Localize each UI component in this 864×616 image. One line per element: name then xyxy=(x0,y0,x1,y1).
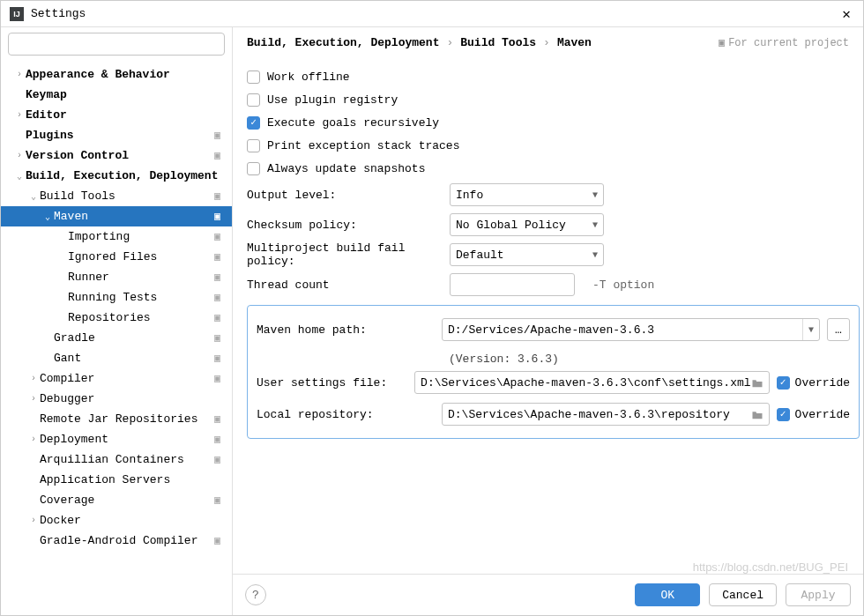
titlebar: IJ Settings ✕ xyxy=(1,1,863,27)
project-icon: ▣ xyxy=(214,311,227,324)
user-settings-input[interactable]: D:\Services\Apache-maven-3.6.3\conf\sett… xyxy=(414,371,769,394)
tree-appearance[interactable]: ›Appearance & Behavior xyxy=(1,64,232,85)
search-input[interactable] xyxy=(8,33,225,56)
output-level-label: Output level: xyxy=(247,189,439,202)
chevron-right-icon: › xyxy=(543,36,550,49)
crumb-bed[interactable]: Build, Execution, Deployment xyxy=(247,36,439,49)
project-icon: ▣ xyxy=(214,189,227,203)
tree-deployment[interactable]: ›Deployment▣ xyxy=(1,429,232,449)
tree-gradle[interactable]: Gradle▣ xyxy=(1,328,232,348)
user-settings-label: User settings file: xyxy=(257,376,407,390)
threadcount-hint: -T option xyxy=(592,278,654,292)
window-title: Settings xyxy=(31,7,838,20)
project-icon: ▣ xyxy=(214,331,227,345)
tree-docker[interactable]: ›Docker xyxy=(1,510,232,531)
work-offline-label: Work offline xyxy=(267,71,350,84)
project-icon: ▣ xyxy=(214,412,227,426)
tree-plugins[interactable]: Plugins▣ xyxy=(1,125,232,145)
tree-ignored[interactable]: Ignored Files▣ xyxy=(1,247,232,267)
tree-arquillian[interactable]: Arquillian Containers▣ xyxy=(1,449,232,470)
override-label: Override xyxy=(795,408,850,421)
tree-runner[interactable]: Runner▣ xyxy=(1,267,232,287)
chevron-right-icon: › xyxy=(446,36,453,49)
project-icon: ▣ xyxy=(214,372,227,385)
crumb-maven: Maven xyxy=(557,36,592,49)
project-icon: ▣ xyxy=(214,291,227,304)
project-icon: ▣ xyxy=(214,250,227,263)
failpolicy-label: Multiproject build fail policy: xyxy=(247,241,439,268)
project-icon: ▣ xyxy=(719,36,725,49)
threadcount-input[interactable] xyxy=(450,273,575,296)
tree-importing[interactable]: Importing▣ xyxy=(1,226,232,247)
project-icon: ▣ xyxy=(214,149,227,162)
threadcount-label: Thread count xyxy=(247,278,439,292)
failpolicy-select[interactable]: Default▼ xyxy=(450,243,604,266)
checksum-select[interactable]: No Global Policy▼ xyxy=(450,213,604,236)
project-icon: ▣ xyxy=(214,230,227,243)
watermark: https://blog.csdn.net/BUG_PEI xyxy=(693,560,848,574)
chevron-down-icon: ▼ xyxy=(802,319,814,340)
scope-hint: ▣For current project xyxy=(719,36,849,49)
recursive-label: Execute goals recursively xyxy=(267,116,439,130)
settings-content: Work offline Use plugin registry Execute… xyxy=(233,56,863,574)
tree-keymap[interactable]: Keymap xyxy=(1,85,232,105)
override-label: Override xyxy=(795,376,850,390)
crumb-buildtools[interactable]: Build Tools xyxy=(460,36,536,49)
cancel-button[interactable]: Cancel xyxy=(709,583,777,606)
tree-appservers[interactable]: Application Servers xyxy=(1,470,232,490)
help-button[interactable]: ? xyxy=(245,584,266,605)
output-level-select[interactable]: Info▼ xyxy=(450,183,604,206)
folder-icon xyxy=(751,378,763,388)
tree-vcs[interactable]: ›Version Control▣ xyxy=(1,145,232,166)
chevron-down-icon: ▼ xyxy=(592,220,598,230)
project-icon: ▣ xyxy=(214,129,227,142)
tree-gant[interactable]: Gant▣ xyxy=(1,348,232,368)
maven-version: (Version: 3.6.3) xyxy=(257,348,850,369)
local-repo-input[interactable]: D:\Services\Apache-maven-3.6.3\repositor… xyxy=(442,403,770,426)
tree-maven[interactable]: ⌄Maven▣ xyxy=(1,206,232,226)
tree-debugger[interactable]: ›Debugger xyxy=(1,389,232,409)
maven-home-label: Maven home path: xyxy=(257,323,435,337)
tree-coverage[interactable]: Coverage▣ xyxy=(1,490,232,510)
settings-tree: ›Appearance & Behavior Keymap ›Editor Pl… xyxy=(1,61,232,615)
plugin-registry-label: Use plugin registry xyxy=(267,93,398,107)
local-repo-override-checkbox[interactable] xyxy=(777,408,790,421)
ok-button[interactable]: OK xyxy=(635,583,700,606)
ellipsis-icon: … xyxy=(835,323,842,337)
snapshots-label: Always update snapshots xyxy=(267,162,425,175)
tree-compiler[interactable]: ›Compiler▣ xyxy=(1,368,232,389)
local-repo-label: Local repository: xyxy=(257,408,435,421)
stacktrace-label: Print exception stack traces xyxy=(267,139,459,152)
checksum-label: Checksum policy: xyxy=(247,219,439,232)
tree-bed[interactable]: ⌄Build, Execution, Deployment xyxy=(1,166,232,186)
sidebar: ›Appearance & Behavior Keymap ›Editor Pl… xyxy=(1,27,233,615)
close-icon[interactable]: ✕ xyxy=(838,5,854,23)
paths-panel: Maven home path: D:/Services/Apache-mave… xyxy=(247,305,860,439)
stacktrace-checkbox[interactable] xyxy=(247,139,260,152)
project-icon: ▣ xyxy=(214,433,227,446)
help-icon: ? xyxy=(252,589,259,602)
project-icon: ▣ xyxy=(214,453,227,466)
tree-remotejar[interactable]: Remote Jar Repositories▣ xyxy=(1,409,232,429)
maven-home-browse-button[interactable]: … xyxy=(827,318,850,341)
tree-gradleandroid[interactable]: Gradle-Android Compiler▣ xyxy=(1,531,232,551)
project-icon: ▣ xyxy=(214,210,227,223)
tree-runningtests[interactable]: Running Tests▣ xyxy=(1,287,232,308)
tree-repositories[interactable]: Repositories▣ xyxy=(1,308,232,328)
user-settings-override-checkbox[interactable] xyxy=(777,376,790,390)
project-icon: ▣ xyxy=(214,534,227,547)
project-icon: ▣ xyxy=(214,352,227,365)
apply-button[interactable]: Apply xyxy=(786,583,851,606)
project-icon: ▣ xyxy=(214,494,227,507)
snapshots-checkbox[interactable] xyxy=(247,162,260,175)
maven-home-combo[interactable]: D:/Services/Apache-maven-3.6.3▼ xyxy=(442,318,820,341)
work-offline-checkbox[interactable] xyxy=(247,71,260,84)
folder-icon xyxy=(751,410,763,419)
recursive-checkbox[interactable] xyxy=(247,116,260,130)
tree-buildtools[interactable]: ⌄Build Tools▣ xyxy=(1,186,232,206)
plugin-registry-checkbox[interactable] xyxy=(247,93,260,107)
breadcrumb: Build, Execution, Deployment › Build Too… xyxy=(233,27,863,56)
button-bar: ? OK Cancel Apply xyxy=(233,574,863,615)
chevron-down-icon: ▼ xyxy=(592,250,598,260)
tree-editor[interactable]: ›Editor xyxy=(1,105,232,125)
